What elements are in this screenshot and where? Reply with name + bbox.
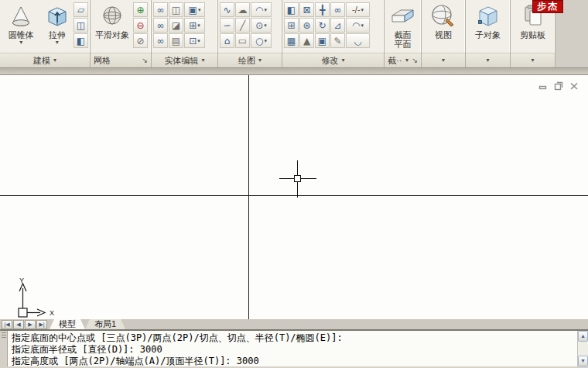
- rotate-3d-button[interactable]: ⊠: [299, 2, 314, 17]
- chevron-down-icon: ▾: [197, 38, 200, 44]
- scroll-down-button[interactable]: ▾: [578, 356, 588, 366]
- panel-label-draw[interactable]: 绘图 ▾: [218, 53, 282, 67]
- panel-label-modify[interactable]: 修改 ▾: [282, 53, 384, 67]
- modeling-small-buttons: ▱ ◫ ◧: [74, 2, 88, 48]
- tab-nav-buttons: |◀ ◀ ▶ ▶|: [0, 319, 50, 329]
- union-button[interactable]: ∞: [153, 2, 168, 17]
- polygon-button[interactable]: ⌂: [220, 33, 234, 48]
- fillet-edge-button[interactable]: ◡: [346, 33, 370, 48]
- spline-button[interactable]: ∽: [220, 18, 234, 33]
- polysolid-icon: ▱: [77, 5, 84, 15]
- chevron-down-icon[interactable]: ▾: [19, 40, 22, 46]
- last-tab-button[interactable]: ▶|: [36, 320, 47, 329]
- dialog-launcher-icon[interactable]: ↘: [142, 57, 148, 64]
- move-faces-button[interactable]: ⊞▾: [184, 18, 205, 33]
- separate-button[interactable]: ⊡▾: [184, 33, 205, 48]
- trim-button[interactable]: ✎: [330, 33, 345, 48]
- construction-line-vertical[interactable]: [248, 75, 249, 319]
- scroll-up-button[interactable]: ▴: [578, 331, 588, 342]
- panel-label-solid-editing[interactable]: 实体编辑 ▾: [152, 53, 217, 67]
- panel-view: 视图 ▾: [422, 0, 466, 67]
- command-window-grip[interactable]: [0, 331, 8, 366]
- panel-label-view[interactable]: ▾: [422, 53, 465, 67]
- smooth-object-button[interactable]: 平滑对象: [92, 2, 132, 40]
- rotate-button[interactable]: ↻: [315, 18, 330, 33]
- chevron-down-icon[interactable]: ▾: [56, 40, 59, 46]
- command-history[interactable]: 指定底面的中心点或 [三点(3P)/两点(2P)/切点、切点、半径(T)/椭圆(…: [8, 331, 577, 366]
- drawing-canvas[interactable]: Y X: [0, 75, 588, 319]
- next-tab-button[interactable]: ▶: [25, 320, 36, 329]
- circle-button[interactable]: ⊙▾: [251, 18, 272, 33]
- subobject-button[interactable]: 子对象: [469, 2, 508, 40]
- move-3d-button[interactable]: ╋: [315, 2, 330, 17]
- chevron-down-icon: ▾: [53, 57, 56, 64]
- chevron-down-icon: ▾: [197, 22, 200, 29]
- clean-button[interactable]: ▤: [169, 33, 183, 48]
- panel-subobject: 子对象 ▾: [466, 0, 511, 67]
- watermark-stamp: 步杰: [532, 0, 563, 13]
- slice-button[interactable]: ◫: [169, 2, 183, 17]
- panel-label-subobject[interactable]: ▾: [466, 53, 510, 67]
- align-button[interactable]: ⊿: [330, 18, 345, 33]
- document-window-controls: [538, 81, 579, 91]
- move-3d-icon: ╋: [320, 5, 325, 15]
- align-3d-icon: ∞: [334, 5, 342, 15]
- scale-button[interactable]: ▲: [299, 33, 314, 48]
- ellipse-button[interactable]: ○▾: [251, 33, 272, 48]
- ucs-x-label: X: [50, 309, 54, 317]
- extrude-faces-button[interactable]: ▣▾: [184, 2, 205, 17]
- cone-button[interactable]: 圆锥体 ▾: [2, 2, 40, 46]
- array-button[interactable]: ▦: [284, 33, 299, 48]
- mirror-3d-button[interactable]: ◧: [284, 2, 299, 17]
- presspull-button[interactable]: ◧: [74, 33, 88, 48]
- separate-icon: ⊡: [189, 36, 197, 46]
- revision-cloud-button[interactable]: ☁: [235, 2, 250, 17]
- panel-draw: ∿ ☁ ◠▾ ∽ ╱ ⊙▾ ⌂ ▭ ○▾: [218, 0, 282, 67]
- tab-model[interactable]: 模型: [50, 319, 85, 329]
- thicken-button[interactable]: ◪: [169, 18, 183, 33]
- polygon-icon: ⌂: [224, 36, 231, 46]
- section-plane-button[interactable]: 截面平面: [386, 2, 419, 50]
- view-button[interactable]: 视图: [424, 2, 463, 40]
- mesh-refine-button[interactable]: ⊕: [133, 2, 148, 17]
- ribbon-separator: [0, 68, 588, 75]
- ucs-y-label: Y: [19, 277, 24, 284]
- unsmooth-button[interactable]: ⊘: [133, 33, 148, 48]
- offset-button[interactable]: ▣: [315, 33, 330, 48]
- panel-label-clipboard[interactable]: ▾: [511, 53, 555, 67]
- planar-surface-button[interactable]: ◫: [74, 18, 88, 33]
- polyline-button[interactable]: ∿: [220, 2, 234, 17]
- align-3d-button[interactable]: ∞: [330, 2, 345, 17]
- subobject-button-label: 子对象: [475, 30, 501, 40]
- minimize-button[interactable]: [538, 81, 548, 91]
- panel-modeling: 圆锥体 ▾ 拉伸 ▾ ▱: [0, 0, 91, 67]
- break-button[interactable]: -/-▾: [346, 2, 370, 17]
- panel-label-section[interactable]: 截·· ▾ ↘: [385, 53, 421, 67]
- polysolid-button[interactable]: ▱: [74, 2, 88, 17]
- spline-icon: ∽: [223, 21, 231, 30]
- close-button[interactable]: [569, 81, 579, 91]
- dialog-launcher-icon[interactable]: ↘: [412, 57, 418, 64]
- line-button[interactable]: ╱: [235, 18, 250, 33]
- array-3d-button[interactable]: ⊞: [284, 18, 299, 33]
- previous-tab-button[interactable]: ◀: [13, 320, 24, 329]
- panel-label-modeling[interactable]: 建模 ▾: [0, 53, 90, 67]
- restore-button[interactable]: [554, 81, 563, 91]
- ucs-icon: Y X: [12, 277, 60, 319]
- arc-button[interactable]: ◠▾: [251, 2, 272, 17]
- modify-grid: ◧ ⊠ ╋ ∞ -/-▾ ⊞ ⊛ ↻ ⊿ ◠▾ ▦: [284, 2, 370, 48]
- intersect-button[interactable]: ∞: [153, 33, 168, 48]
- chevron-down-icon: ▾: [264, 22, 267, 29]
- panel-draw-content: ∿ ☁ ◠▾ ∽ ╱ ⊙▾ ⌂ ▭ ○▾: [218, 0, 282, 53]
- fillet-button[interactable]: ◠▾: [346, 18, 370, 33]
- panel-label-mesh[interactable]: 网格 ↘: [91, 53, 151, 67]
- scale-gizmo-button[interactable]: ⊛: [299, 18, 314, 33]
- tab-layout1[interactable]: 布局1: [85, 319, 125, 329]
- rectangle-button[interactable]: ▭: [235, 33, 250, 48]
- first-tab-button[interactable]: |◀: [2, 320, 12, 329]
- command-scrollbar[interactable]: ▴ ▾: [577, 331, 588, 366]
- extrude-button[interactable]: 拉伸 ▾: [41, 2, 73, 46]
- subtract-button[interactable]: ∞: [153, 18, 168, 33]
- mesh-reduce-button[interactable]: ⊖: [133, 18, 148, 33]
- panel-modeling-content: 圆锥体 ▾ 拉伸 ▾ ▱: [0, 0, 90, 53]
